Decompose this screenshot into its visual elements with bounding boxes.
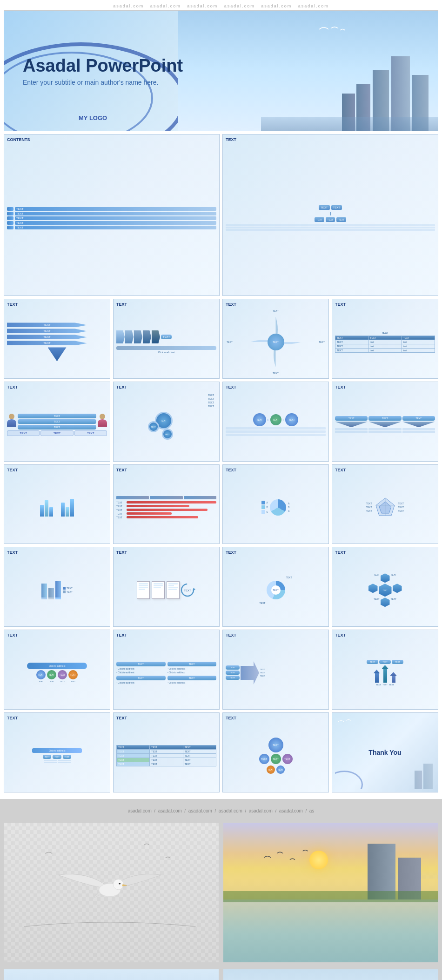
ot-row: TEXT TEXT TEXT [43,755,71,759]
arrow-r2: › [283,418,284,422]
bar-4: TEXT [15,221,216,225]
prl-c: C [288,510,290,512]
fb-3: TEXT [18,425,96,430]
slide-circle-diag[interactable]: TEXT TEXT TEXT TEXT TEXT TEXT TEXT [222,712,329,792]
twocol-content: TEXT - Click to add text - Click to add … [116,639,216,706]
gl-1: TEXT [208,394,214,396]
gr-label-3: TEXT [116,509,126,511]
tall-buildings-panel [223,969,438,980]
slide-thank-you[interactable]: Thank You [332,712,438,792]
org-box-5: TEXT [336,217,346,222]
uah-2: TEXT [379,660,391,664]
slide-contents[interactable]: CONTENTS TEXT TEXT TEXT [4,134,220,296]
slide-hex[interactable]: TEXT TEXT TEXT TEXT TEXT TEXT [332,547,438,627]
slide-gears[interactable]: TEXT TEXT TEXT TEXT TEXT TEXT TEXT TEXT [113,382,220,462]
slide-org-tree[interactable]: TEXT Click to add text TEXT TEXT TEXT [4,712,110,792]
slide-table1[interactable]: TEXT TEXT TEXT TEXT TEXT TEXT text text [332,299,438,379]
cd-row1: TEXT TEXT TEXT [259,754,293,764]
slides-top-row: CONTENTS TEXT TEXT TEXT [4,134,438,296]
ua-col-2 [382,665,388,683]
watermark-bar: asadal.com / asadal.com / asadal.com / a… [4,808,438,813]
pinwheel-center: TEXT [268,334,284,350]
td-3: text [402,340,435,344]
gr-bar-1 [127,501,216,503]
slide-two-col[interactable]: TEXT TEXT - Click to add text - Click to… [113,630,220,710]
contents-content: TEXT TEXT TEXT TEXT [7,144,216,293]
slide-data-table[interactable]: TEXT TEXT TEXT TEXT TEXT TEXT TEXT TEXT [113,712,220,792]
b3d-top-2 [48,597,54,599]
slide-radar[interactable]: TEXT TEXT TEXT TEXT [332,464,438,544]
cr2-2 [368,431,401,433]
rl-1: TEXT [366,502,372,505]
arrow-2: TEXT [7,329,87,333]
ty-building-1 [423,764,433,789]
slide-comparison[interactable]: TEXT TEXT TEXT TEXT [332,382,438,462]
lb-2: TEXT [40,430,73,436]
hex-text-1: TEXT [374,573,380,583]
slide-3d-bar[interactable]: TEXT [4,547,110,627]
hex-2 [368,584,378,593]
flow1-label: TEXT [7,385,107,389]
progress-btn: Click to add text [27,663,87,669]
th-2: TEXT [368,336,402,340]
mini-table-1: TEXT TEXT TEXT TEXT text text TEXT text … [335,336,435,353]
slide-bar-compare[interactable]: TEXT [4,464,110,544]
cd-label: TEXT [226,716,326,720]
org-text [226,224,435,231]
ua-shaft-3 [392,676,395,683]
slides-row-6: TEXT Click to add text TEXT TEXT TEXT [4,712,438,792]
doc1-line-3 [139,587,148,588]
slide-arrow-flow[interactable]: TEXT TEXT TEXT TEXT TEXT TEXT TEXT [222,630,329,710]
bullet-1 [7,207,13,211]
slide-flow1[interactable]: TEXT TEXT TEXT TEXT [4,382,110,462]
af-l1: TEXT [226,665,240,670]
dth-1: TEXT [117,745,150,749]
contents-item-2: TEXT [7,212,216,215]
bar3d-legend: TEXT TEXT [63,587,73,593]
city-panel [223,823,438,962]
bars-3d [41,581,61,599]
uabl-1: TEXT [376,684,381,686]
ribbon-2 [125,330,134,343]
thank-you-text: Thank You [368,749,401,756]
af-left: TEXT TEXT TEXT [226,665,240,680]
data-table: TEXT TEXT TEXT TEXT TEXT TEXT TEXT TEXT … [116,745,216,766]
dtd-4: TEXT [117,753,150,758]
ca-2 [368,422,401,427]
slide-arrow-list[interactable]: TEXT TEXT TEXT TEXT TEXT [4,299,110,379]
ty-buildings [365,738,435,789]
pie-legend: A B C [261,501,268,514]
gr-bar-2 [127,505,189,507]
td-4: TEXT [335,344,368,348]
slide-donut[interactable]: TEXT TEXT TEXT TEXT [222,547,329,627]
slide-progress[interactable]: TEXT Click to add text TEXT TEXT TEXT TE… [4,630,110,710]
flow1-content: TEXT TEXT TEXT TEXT TEXT TEXT [7,391,107,458]
slide-org[interactable]: TEXT TEXT TEXT TEXT TEXT TEXT [222,134,438,296]
slide-gantt[interactable]: TEXT TEXT TEXT TEXT [113,464,220,544]
ua-bottom-labels: TEXT TEXT TEXT [376,684,394,686]
head-left [9,414,14,419]
th-3: TEXT [402,336,435,340]
slide-ribbons[interactable]: TEXT TEXT Click to add text [113,299,220,379]
hex-text-2: TEXT [391,573,397,583]
hero-logo: MY LOGO [79,114,107,121]
cf-content: TEXT › TEXT › TEXT [226,391,326,458]
slides-row-5: TEXT Click to add text TEXT TEXT TEXT TE… [4,630,438,710]
lb-1: TEXT [7,430,40,436]
cr1-3 [402,428,435,430]
donut-content: TEXT TEXT TEXT [226,557,326,624]
slide-up-arrows[interactable]: TEXT TEXT TEXT TEXT [332,630,438,710]
dtd-7: TEXT [117,758,150,762]
slide-pinwheel[interactable]: TEXT TEXT TEXT TEXT TEXT TEXT [222,299,329,379]
hex-4 [381,597,390,607]
slide-circles-flow[interactable]: TEXT TEXT › TEXT › TEXT [222,382,329,462]
cr2-1 [335,431,368,433]
uah-1: TEXT [367,660,378,664]
ribbons-content: TEXT Click to add text [116,309,216,376]
slide-documents[interactable]: TEXT [113,547,220,627]
comp-rows [335,428,435,433]
ty-content: Thank You [335,716,435,789]
cft-2 [226,430,326,433]
slide-pie[interactable]: TEXT A B C [222,464,329,544]
donut-label: TEXT [226,550,326,555]
